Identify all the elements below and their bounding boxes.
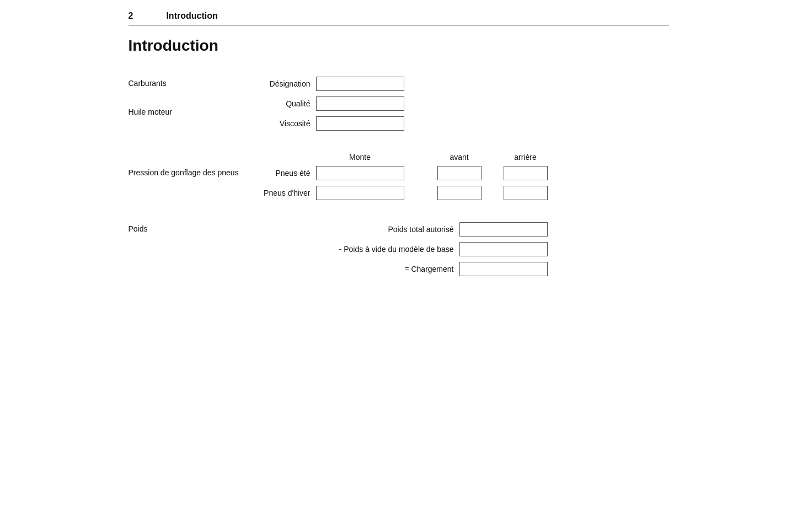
pneus-hiver-row: Pneus d'hiver xyxy=(255,186,548,200)
poids-vide-input[interactable] xyxy=(459,242,548,256)
page-title: Introduction xyxy=(129,37,669,55)
pneus-ete-avant-input[interactable] xyxy=(437,166,482,180)
pneus-hiver-arriere-input[interactable] xyxy=(504,186,548,200)
poids-total-input[interactable] xyxy=(459,222,548,237)
pression-fields: Monte avant arrière Pneus été Pneus d'hi… xyxy=(255,153,548,206)
pneus-ete-row: Pneus été xyxy=(255,166,548,180)
chargement-row: = Chargement xyxy=(255,262,548,276)
poids-vide-row: - Poids à vide du modèle de base xyxy=(255,242,548,256)
monte-header: Monte xyxy=(316,153,404,162)
left-labels: Carburants Huile moteur xyxy=(129,77,255,136)
content-section: Carburants Huile moteur Désignation Qual… xyxy=(129,77,669,282)
pression-header-row: Monte avant arrière xyxy=(255,153,548,162)
qualite-label: Qualité xyxy=(255,99,316,108)
pneus-hiver-label: Pneus d'hiver xyxy=(255,189,316,197)
qualite-row: Qualité xyxy=(255,96,404,111)
carburants-fields: Désignation Qualité Viscosité xyxy=(255,77,404,136)
designation-row: Désignation xyxy=(255,77,404,91)
carburants-section: Carburants Huile moteur Désignation Qual… xyxy=(129,77,669,136)
poids-left-label: Poids xyxy=(129,222,255,282)
avant-header: avant xyxy=(437,153,482,162)
poids-vide-label: - Poids à vide du modèle de base xyxy=(255,245,459,254)
poids-total-row: Poids total autorisé xyxy=(255,222,548,237)
viscosite-row: Viscosité xyxy=(255,116,404,131)
qualite-input[interactable] xyxy=(316,96,404,111)
pneus-hiver-monte-input[interactable] xyxy=(316,186,404,200)
poids-section: Poids Poids total autorisé - Poids à vid… xyxy=(129,222,669,282)
chargement-input[interactable] xyxy=(459,262,548,276)
pression-section: Pression de gonflage des pneus Monte ava… xyxy=(129,153,669,206)
poids-total-label: Poids total autorisé xyxy=(255,225,459,234)
poids-fields: Poids total autorisé - Poids à vide du m… xyxy=(255,222,548,282)
page-container: 2 Introduction Introduction Carburants H… xyxy=(95,0,702,331)
page-header: 2 Introduction xyxy=(129,11,669,26)
designation-label: Désignation xyxy=(255,79,316,88)
pneus-ete-monte-input[interactable] xyxy=(316,166,404,180)
pneus-hiver-avant-input[interactable] xyxy=(437,186,482,200)
viscosite-input[interactable] xyxy=(316,116,404,131)
pneus-ete-label: Pneus été xyxy=(255,169,316,178)
arriere-header: arrière xyxy=(504,153,548,162)
carburants-label: Carburants xyxy=(129,77,255,88)
pression-left-label: Pression de gonflage des pneus xyxy=(129,153,255,206)
huile-moteur-label: Huile moteur xyxy=(129,108,255,116)
header-title: Introduction xyxy=(166,11,217,21)
viscosite-label: Viscosité xyxy=(255,119,316,128)
pneus-ete-arriere-input[interactable] xyxy=(504,166,548,180)
designation-input[interactable] xyxy=(316,77,404,91)
chargement-label: = Chargement xyxy=(255,265,459,273)
page-number: 2 xyxy=(129,11,133,21)
